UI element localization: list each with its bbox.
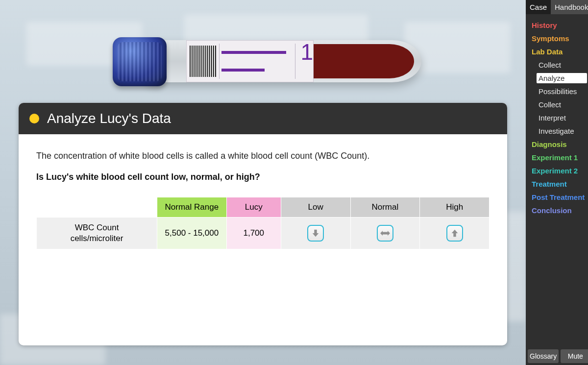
- nav-post-treatment[interactable]: Post Treatment: [532, 192, 587, 202]
- sub-interpret[interactable]: Interpret: [537, 113, 587, 123]
- data-table: Normal Range Lucy Low Normal High WBC Co…: [36, 197, 490, 249]
- sidebar-tabs: Case Handbook: [526, 0, 588, 14]
- col-normal: Normal: [351, 197, 420, 217]
- sub-analyze[interactable]: Analyze: [537, 73, 587, 83]
- col-subject: Lucy: [227, 197, 281, 217]
- col-high: High: [420, 197, 489, 217]
- nav-experiment-2[interactable]: Experiment 2: [532, 166, 587, 176]
- nav-lab-data[interactable]: Lab Data: [532, 47, 587, 57]
- choose-high-button[interactable]: [446, 225, 463, 242]
- row-label-line1: WBC Count: [75, 223, 119, 232]
- card-title: Analyze Lucy's Data: [47, 111, 171, 126]
- choose-normal-button[interactable]: [377, 225, 393, 242]
- sub-collect-1[interactable]: Collect: [537, 60, 587, 70]
- col-low: Low: [281, 197, 350, 217]
- arrow-left-right-icon: [380, 229, 390, 238]
- col-normal-range: Normal Range: [157, 197, 226, 217]
- cell-subject-value: 1,700: [227, 218, 281, 249]
- nav-conclusion[interactable]: Conclusion: [532, 205, 587, 216]
- row-label: WBC Count cells/microliter: [37, 218, 157, 249]
- barcode-icon: [190, 46, 216, 77]
- sidebar-footer: Glossary Mute: [526, 347, 588, 365]
- analysis-card: Analyze Lucy's Data The concentration of…: [19, 103, 507, 345]
- main-stage: 1 Analyze Lucy's Data The concentration …: [0, 0, 526, 365]
- sub-investigate[interactable]: Investigate: [537, 126, 587, 136]
- arrow-down-icon: [311, 229, 320, 238]
- nav-treatment[interactable]: Treatment: [532, 179, 587, 189]
- nav-history[interactable]: History: [532, 20, 587, 30]
- choose-low-button[interactable]: [307, 225, 324, 242]
- question-text: Is Lucy's white blood cell count low, no…: [36, 172, 490, 182]
- nav-experiment-1[interactable]: Experiment 1: [532, 152, 587, 163]
- cell-normal-range: 5,500 - 15,000: [157, 218, 226, 249]
- tab-handbook[interactable]: Handbook: [551, 0, 588, 14]
- sample-number: 1: [295, 41, 313, 82]
- sub-collect-2[interactable]: Collect: [537, 99, 587, 110]
- status-dot-icon: [29, 114, 39, 123]
- glossary-button[interactable]: Glossary: [528, 349, 559, 363]
- sidebar: Case Handbook History Symptoms Lab Data …: [526, 0, 588, 365]
- card-header: Analyze Lucy's Data: [19, 103, 507, 134]
- sub-possibilities[interactable]: Possibilities: [537, 86, 587, 97]
- nav-diagnosis[interactable]: Diagnosis: [532, 139, 587, 149]
- row-label-line2: cells/microliter: [71, 234, 123, 243]
- blood-tube-illustration: 1: [113, 30, 416, 89]
- intro-text: The concentration of white blood cells i…: [36, 151, 490, 161]
- arrow-up-icon: [450, 229, 459, 238]
- mute-button[interactable]: Mute: [561, 349, 588, 363]
- nav-list: History Symptoms Lab Data Collect Analyz…: [526, 14, 588, 216]
- nav-symptoms[interactable]: Symptoms: [532, 33, 587, 44]
- tab-case[interactable]: Case: [526, 0, 551, 14]
